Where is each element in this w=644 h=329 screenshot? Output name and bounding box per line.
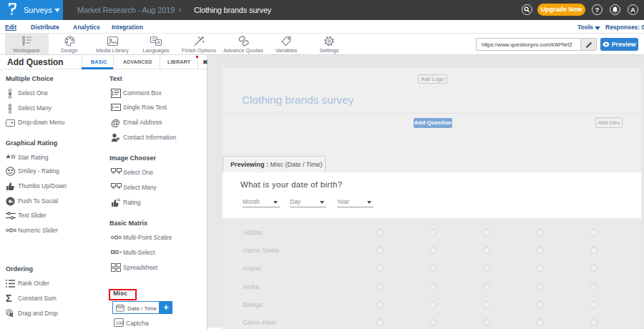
svg-text:Va8: Va8	[116, 320, 125, 325]
